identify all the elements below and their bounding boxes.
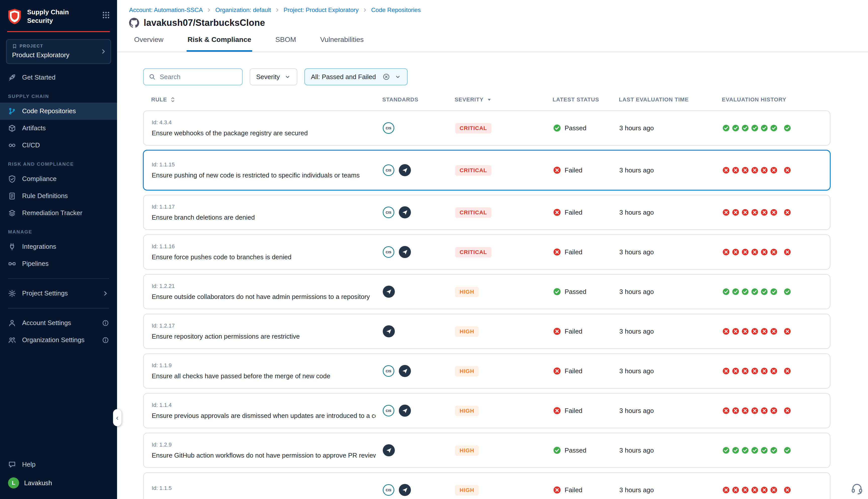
rule-id: Id: 1.1.5: [152, 485, 376, 491]
history-pass-icon: [732, 124, 739, 132]
table-row[interactable]: Id: 1.2.21Ensure outside collaborators d…: [143, 274, 830, 309]
cis-standard-icon: CIS: [383, 484, 394, 496]
history-fail-icon: [742, 486, 749, 494]
history-pass-icon: [722, 447, 730, 454]
breadcrumb-link[interactable]: Code Repositories: [371, 7, 421, 14]
sidebar-item-pipelines[interactable]: Pipelines: [0, 255, 117, 272]
column-header-standards: STANDARDS: [382, 96, 455, 103]
history-fail-icon: [722, 328, 730, 335]
table-row[interactable]: Id: 1.1.5CISHIGHFailed3 hours ago: [143, 472, 830, 499]
info-icon[interactable]: [102, 337, 109, 344]
status-cell: Passed: [553, 446, 619, 454]
severity-badge: CRITICAL: [455, 207, 492, 218]
search-input[interactable]: [160, 73, 237, 81]
sidebar-header: Supply Chain Security: [0, 0, 117, 31]
breadcrumb-link[interactable]: Account: Automation-SSCA: [129, 7, 203, 14]
table-row[interactable]: Id: 1.1.9Ensure all checks have passed b…: [143, 353, 830, 389]
sidebar-item-integrations[interactable]: Integrations: [0, 238, 117, 255]
status-filter[interactable]: All: Passed and Failed: [304, 68, 408, 85]
column-header-severity: SEVERITY: [455, 96, 553, 103]
history-fail-icon: [742, 248, 749, 256]
history-fail-icon: [732, 367, 739, 375]
column-header-label: EVALUATION HISTORY: [722, 96, 786, 103]
severity-filter[interactable]: Severity: [250, 68, 297, 85]
severity-badge: HIGH: [455, 287, 479, 297]
history-fail-icon: [770, 486, 777, 494]
standards-cell: CIS: [383, 164, 455, 176]
column-header-last-evaluation-time: LAST EVALUATION TIME: [619, 96, 722, 103]
history-fail-icon: [751, 248, 759, 256]
tab-overview[interactable]: Overview: [133, 36, 165, 52]
sidebar-item-project-settings[interactable]: Project Settings: [0, 285, 117, 302]
history-fail-icon: [742, 328, 749, 335]
status-label: Passed: [565, 124, 587, 132]
breadcrumb-link[interactable]: Organization: default: [215, 7, 271, 14]
sidebar-item-get-started[interactable]: Get Started: [0, 69, 117, 86]
rule-cell: Id: 1.2.21Ensure outside collaborators d…: [144, 283, 383, 301]
status-filter-label: All: Passed and Failed: [311, 73, 376, 81]
resource-center-icon[interactable]: [851, 482, 864, 495]
table-row[interactable]: Id: 1.1.17Ensure branch deletions are de…: [143, 195, 830, 230]
history-pass-icon: [722, 124, 730, 132]
cis-standard-icon: CIS: [383, 405, 394, 416]
project-selector[interactable]: PROJECT Product Exploratory: [6, 39, 111, 64]
info-icon[interactable]: [102, 319, 109, 327]
tab-vulnerabilities[interactable]: Vulnerabilities: [319, 36, 365, 52]
history-fail-icon: [722, 167, 730, 174]
sort-descending-icon[interactable]: [486, 96, 493, 103]
sidebar-collapse-handle[interactable]: ‹: [113, 409, 122, 426]
sidebar-item-compliance[interactable]: Compliance: [0, 170, 117, 187]
history-pass-icon: [751, 288, 759, 295]
history-pass-icon: [760, 447, 768, 454]
rule-id: Id: 1.1.17: [152, 204, 376, 210]
status-cell: Failed: [553, 327, 619, 335]
history-fail-icon: [751, 407, 759, 414]
table-row[interactable]: Id: 1.2.17Ensure repository action permi…: [143, 314, 830, 349]
sidebar-item-account-settings[interactable]: Account Settings: [0, 315, 117, 331]
sort-icon[interactable]: [170, 96, 176, 103]
evaluation-time-cell: 3 hours ago: [619, 209, 722, 216]
history-fail-icon: [760, 367, 768, 375]
table-header: RULESTANDARDSSEVERITYLATEST STATUSLAST E…: [143, 96, 830, 103]
table-row[interactable]: Id: 4.3.4Ensure webhooks of the package …: [143, 110, 830, 146]
history-fail-icon: [751, 328, 759, 335]
module-switcher-icon[interactable]: [102, 11, 110, 19]
sidebar-item-organization-settings[interactable]: Organization Settings: [0, 331, 117, 349]
chevron-down-icon: [284, 74, 291, 80]
rule-id: Id: 1.2.21: [152, 283, 376, 289]
history-fail-icon: [722, 209, 730, 216]
sidebar-item-ci-cd[interactable]: CI/CD: [0, 137, 117, 154]
failed-icon: [553, 367, 561, 375]
tab-bar: OverviewRisk & ComplianceSBOMVulnerabili…: [129, 36, 856, 52]
project-label: PROJECT: [20, 44, 43, 49]
table-row[interactable]: Id: 1.2.9Ensure GitHub action workflows …: [143, 433, 830, 468]
sidebar-item-label: Project Settings: [22, 289, 68, 297]
user-menu[interactable]: L Lavakush: [0, 473, 117, 493]
severity-badge: HIGH: [455, 485, 479, 496]
history-fail-icon: [722, 407, 730, 414]
table-row[interactable]: Id: 1.1.4Ensure previous approvals are d…: [143, 393, 830, 428]
severity-cell: CRITICAL: [455, 123, 553, 134]
breadcrumb-separator-icon: [362, 7, 368, 13]
rule-cell: Id: 1.1.4Ensure previous approvals are d…: [144, 402, 383, 420]
clear-filter-icon[interactable]: [383, 73, 390, 81]
table-row[interactable]: Id: 1.1.15Ensure pushing of new code is …: [143, 150, 830, 190]
sidebar-item-artifacts[interactable]: Artifacts: [0, 120, 117, 137]
history-fail-icon: [732, 407, 739, 414]
avatar: L: [8, 477, 19, 488]
tab-sbom[interactable]: SBOM: [274, 36, 297, 52]
sidebar-item-rule-definitions[interactable]: Rule Definitions: [0, 187, 117, 205]
severity-cell: HIGH: [455, 326, 553, 337]
table-row[interactable]: Id: 1.1.16Ensure force pushes code to br…: [143, 234, 830, 270]
app-title: Supply Chain Security: [27, 8, 73, 25]
help-button[interactable]: Help: [0, 456, 117, 473]
openssf-scorecard-icon: [399, 206, 411, 218]
history-fail-icon: [751, 209, 759, 216]
tab-risk-compliance[interactable]: Risk & Compliance: [186, 36, 252, 52]
rule-name: Ensure repository action permissions are…: [152, 332, 376, 340]
sidebar-item-remediation-tracker[interactable]: Remediation Tracker: [0, 205, 117, 222]
standards-cell: CIS: [383, 206, 455, 218]
sidebar-item-label: CI/CD: [22, 141, 40, 149]
breadcrumb-link[interactable]: Project: Product Exploratory: [284, 7, 359, 14]
sidebar-item-code-repositories[interactable]: Code Repositories: [0, 103, 117, 120]
